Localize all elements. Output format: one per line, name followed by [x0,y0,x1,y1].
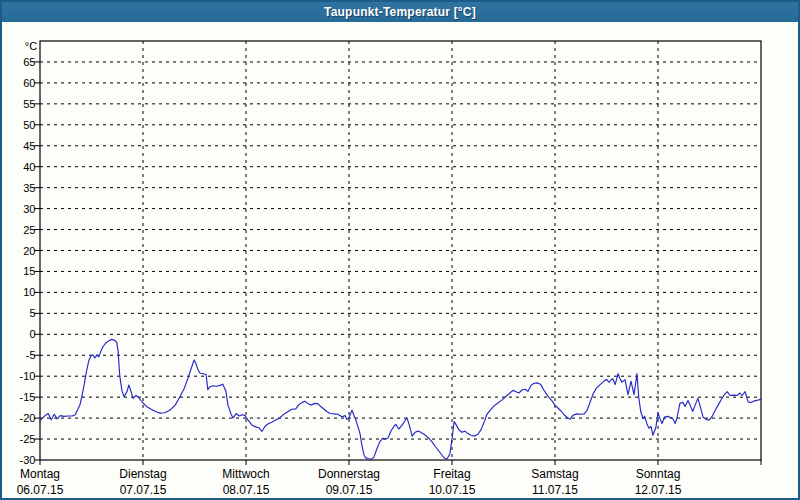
x-day-label: Samstag [531,467,578,481]
y-tick-label: 20 [23,245,35,257]
window-title: Taupunkt-Temperatur [°C] [324,5,476,19]
y-tick-label: -10 [20,370,36,382]
x-date-label: 11.07.15 [532,483,578,497]
y-tick-label: 10 [23,286,35,298]
y-tick-label: 45 [23,140,35,152]
y-tick-label: 5 [29,307,35,319]
x-date-label: 10.07.15 [429,483,476,497]
chart-window: Taupunkt-Temperatur [°C] 656055504540353… [0,0,800,500]
x-date-label: 12.07.15 [635,483,682,497]
y-tick-label: 60 [23,77,35,89]
y-tick-label: 35 [23,182,35,194]
chart-plot-area: 65605550454035302520151050-5-10-15-20-25… [0,0,800,500]
x-day-label: Sonntag [636,467,681,481]
x-date-label: 09.07.15 [326,483,373,497]
x-day-label: Freitag [433,467,470,481]
plot-border [40,41,761,460]
y-tick-label: -15 [20,391,36,403]
y-tick-label: 50 [23,119,35,131]
window-titlebar: Taupunkt-Temperatur [°C] [2,2,798,22]
x-date-label: 06.07.15 [17,483,64,497]
x-day-label: Donnerstag [318,467,380,481]
x-date-label: 08.07.15 [223,483,270,497]
y-tick-label: -5 [26,349,36,361]
temperature-line [40,339,761,459]
y-axis-unit-label: °C [25,40,37,52]
x-day-label: Montag [20,467,60,481]
x-date-label: 07.07.15 [120,483,167,497]
y-tick-label: 65 [23,56,35,68]
y-tick-label: -20 [20,412,36,424]
x-day-label: Mittwoch [222,467,269,481]
y-tick-label: -25 [20,433,36,445]
y-tick-label: -30 [20,454,36,466]
y-tick-label: 0 [29,328,35,340]
y-tick-label: 55 [23,98,35,110]
y-tick-label: 30 [23,203,35,215]
y-tick-label: 25 [23,224,35,236]
x-day-label: Dienstag [119,467,166,481]
y-tick-label: 40 [23,161,35,173]
y-tick-label: 15 [23,265,35,277]
